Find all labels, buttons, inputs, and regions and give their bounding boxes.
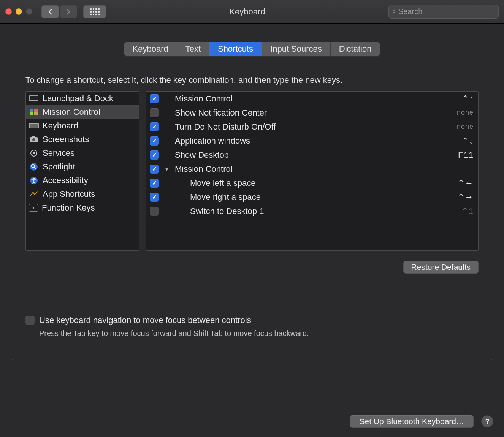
app-shortcuts-icon bbox=[29, 190, 39, 198]
restore-defaults-button[interactable]: Restore Defaults bbox=[403, 261, 479, 274]
disclosure-triangle-icon[interactable]: ▼ bbox=[163, 166, 170, 172]
category-label: Function Keys bbox=[42, 203, 95, 213]
shortcut-checkbox[interactable] bbox=[150, 179, 159, 188]
shortcut-row[interactable]: Show Desktop F11 bbox=[146, 148, 478, 162]
shortcut-row[interactable]: Move right a space ⌃→ bbox=[146, 190, 478, 204]
keyboard-nav-subtext: Press the Tab key to move focus forward … bbox=[39, 329, 479, 338]
svg-rect-6 bbox=[30, 112, 33, 115]
svg-point-19 bbox=[33, 178, 35, 179]
shortcut-checkbox[interactable] bbox=[150, 193, 159, 202]
category-launchpad-dock[interactable]: Launchpad & Dock bbox=[26, 92, 139, 105]
keyboard-nav-section: Use keyboard navigation to move focus be… bbox=[25, 315, 479, 338]
mission-control-icon bbox=[29, 108, 39, 116]
shortcut-row[interactable]: Move left a space ⌃← bbox=[146, 176, 478, 190]
shortcut-key[interactable]: F11 bbox=[458, 150, 474, 160]
svg-rect-4 bbox=[30, 109, 33, 112]
hint-text: To change a shortcut, select it, click t… bbox=[25, 75, 479, 85]
tab-dictation[interactable]: Dictation bbox=[331, 42, 380, 56]
shortcut-checkbox[interactable] bbox=[150, 150, 159, 160]
shortcut-row[interactable]: Turn Do Not Disturb On/Off none bbox=[146, 120, 478, 134]
category-label: Screenshots bbox=[43, 135, 89, 144]
screenshots-icon bbox=[29, 135, 39, 144]
window-title: Keyboard bbox=[110, 7, 385, 17]
category-label: Keyboard bbox=[43, 121, 78, 131]
category-spotlight[interactable]: Spotlight bbox=[26, 160, 139, 174]
shortcut-key[interactable]: ⌃↑ bbox=[462, 94, 474, 104]
shortcut-key[interactable]: ⌃1 bbox=[461, 206, 474, 216]
shortcut-label: Switch to Desktop 1 bbox=[190, 206, 457, 216]
category-accessibility[interactable]: Accessibility bbox=[26, 174, 139, 187]
keyboard-icon bbox=[29, 122, 39, 130]
category-services[interactable]: Services bbox=[26, 146, 139, 160]
window-controls bbox=[5, 8, 32, 15]
category-label: App Shortcuts bbox=[43, 189, 95, 199]
svg-point-11 bbox=[32, 138, 35, 141]
shortcuts-panel: To change a shortcut, select it, click t… bbox=[11, 49, 493, 360]
bottom-row: Set Up Bluetooth Keyboard… ? bbox=[350, 415, 493, 428]
close-window-button[interactable] bbox=[5, 8, 12, 15]
shortcut-label: Mission Control bbox=[175, 164, 469, 174]
bluetooth-keyboard-button[interactable]: Set Up Bluetooth Keyboard… bbox=[350, 415, 474, 428]
category-label: Launchpad & Dock bbox=[43, 93, 113, 103]
keyboard-nav-checkbox[interactable] bbox=[25, 316, 35, 325]
shortcut-checkbox[interactable] bbox=[150, 108, 159, 117]
keyboard-nav-label: Use keyboard navigation to move focus be… bbox=[39, 315, 251, 325]
category-function-keys[interactable]: fn Function Keys bbox=[26, 201, 139, 215]
gear-icon bbox=[29, 149, 39, 157]
svg-rect-7 bbox=[34, 112, 38, 115]
shortcut-label: Application windows bbox=[175, 136, 457, 146]
category-mission-control[interactable]: Mission Control bbox=[26, 105, 139, 119]
help-button[interactable]: ? bbox=[481, 415, 493, 428]
shortcut-label: Show Desktop bbox=[175, 150, 453, 160]
category-keyboard[interactable]: Keyboard bbox=[26, 119, 139, 133]
titlebar: Keyboard bbox=[0, 0, 504, 24]
shortcut-row[interactable]: Show Notification Center none bbox=[146, 106, 478, 120]
shortcut-key[interactable]: ⌃← bbox=[458, 178, 474, 188]
shortcut-key[interactable]: ⌃↓ bbox=[462, 136, 474, 146]
show-all-button[interactable] bbox=[83, 5, 106, 18]
shortcut-checkbox[interactable] bbox=[150, 165, 159, 174]
svg-point-14 bbox=[33, 152, 35, 154]
shortcut-row[interactable]: Mission Control ⌃↑ bbox=[146, 92, 478, 106]
shortcut-label: Mission Control bbox=[175, 94, 457, 104]
category-screenshots[interactable]: Screenshots bbox=[26, 133, 139, 146]
svg-point-15 bbox=[30, 163, 38, 171]
back-button[interactable] bbox=[41, 5, 59, 18]
tab-text[interactable]: Text bbox=[177, 42, 209, 56]
shortcut-checkbox[interactable] bbox=[150, 136, 159, 146]
category-list[interactable]: Launchpad & Dock Mission Control Keyboar… bbox=[25, 91, 139, 251]
tab-input-sources[interactable]: Input Sources bbox=[262, 42, 331, 56]
shortcut-key[interactable]: none bbox=[457, 109, 474, 117]
svg-point-0 bbox=[393, 10, 395, 12]
forward-button[interactable] bbox=[60, 5, 77, 18]
category-label: Services bbox=[43, 148, 74, 158]
category-app-shortcuts[interactable]: App Shortcuts bbox=[26, 187, 139, 201]
shortcut-checkbox[interactable] bbox=[150, 207, 159, 216]
fn-icon: fn bbox=[29, 204, 38, 212]
shortcut-row[interactable]: ▼ Mission Control bbox=[146, 162, 478, 176]
spotlight-icon bbox=[29, 163, 39, 171]
shortcut-label: Move right a space bbox=[190, 192, 453, 202]
search-icon bbox=[393, 8, 396, 15]
category-label: Accessibility bbox=[43, 176, 88, 185]
search-field[interactable] bbox=[388, 5, 499, 19]
shortcut-row[interactable]: Switch to Desktop 1 ⌃1 bbox=[146, 204, 478, 218]
shortcut-key[interactable]: ⌃→ bbox=[458, 192, 474, 202]
shortcut-list[interactable]: Mission Control ⌃↑ Show Notification Cen… bbox=[146, 91, 479, 251]
minimize-window-button[interactable] bbox=[16, 8, 22, 15]
category-label: Spotlight bbox=[43, 162, 75, 172]
zoom-window-button[interactable] bbox=[26, 8, 32, 15]
tabs: Keyboard Text Shortcuts Input Sources Di… bbox=[124, 42, 380, 56]
accessibility-icon bbox=[29, 176, 39, 185]
search-input[interactable] bbox=[398, 7, 494, 16]
tab-keyboard[interactable]: Keyboard bbox=[124, 42, 177, 56]
shortcut-key[interactable]: none bbox=[457, 123, 474, 131]
category-label: Mission Control bbox=[43, 107, 100, 117]
svg-line-1 bbox=[395, 12, 396, 13]
shortcut-label: Show Notification Center bbox=[175, 108, 452, 118]
svg-rect-2 bbox=[30, 95, 38, 101]
shortcut-checkbox[interactable] bbox=[150, 94, 159, 103]
tab-shortcuts[interactable]: Shortcuts bbox=[209, 42, 262, 56]
shortcut-row[interactable]: Application windows ⌃↓ bbox=[146, 134, 478, 148]
shortcut-checkbox[interactable] bbox=[150, 122, 159, 131]
